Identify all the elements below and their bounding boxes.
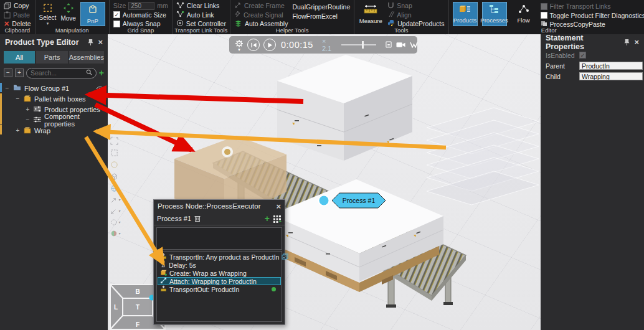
close-icon[interactable]: × bbox=[276, 202, 281, 211]
ghost-wrap-stack[interactable] bbox=[427, 108, 539, 205]
solid-view-icon[interactable] bbox=[110, 172, 120, 181]
gear-icon bbox=[235, 39, 244, 48]
product-box-icon bbox=[24, 95, 31, 103]
tab-assemblies[interactable]: Assemblies bbox=[69, 51, 104, 64]
move-mode-icon[interactable]: ▾ bbox=[110, 196, 120, 204]
copy-button[interactable]: Copy bbox=[4, 2, 31, 10]
statement-delay[interactable]: Delay: 5s bbox=[158, 261, 281, 269]
properties-icon bbox=[34, 116, 41, 124]
group-clipboard: Copy Paste ✕Delete Clipboard bbox=[0, 0, 36, 34]
statement-grid-button[interactable]: + bbox=[273, 215, 282, 223]
simulation-settings-button[interactable]: ▾ bbox=[235, 39, 244, 51]
origin-icon[interactable] bbox=[110, 161, 120, 169]
flow-from-excel-button[interactable]: FlowFromExcel bbox=[292, 12, 350, 21]
size-input[interactable] bbox=[128, 2, 154, 10]
statement-create[interactable]: Create: Wrap as Wrapping bbox=[158, 269, 281, 277]
statement-condition-box[interactable] bbox=[156, 227, 282, 250]
tree-item-pallet-with-boxes[interactable]: − Pallet with boxes bbox=[0, 93, 108, 104]
select-icon bbox=[43, 3, 52, 14]
attach-icon bbox=[160, 277, 167, 285]
size-label: Size bbox=[113, 2, 126, 9]
child-field[interactable] bbox=[579, 72, 643, 80]
reset-simulation-button[interactable] bbox=[247, 39, 260, 51]
paste-button[interactable]: Paste bbox=[4, 11, 31, 19]
statement-attach[interactable]: Attach: Wrapping to ProductIn bbox=[158, 277, 281, 285]
slider-handle[interactable] bbox=[362, 41, 364, 49]
group-transport-link-tools: Clear Links Auto Link Set Controller Tra… bbox=[173, 0, 230, 34]
tab-parts[interactable]: Parts bbox=[36, 51, 67, 64]
pin-icon[interactable] bbox=[88, 39, 93, 45]
collapse-all-button[interactable]: − bbox=[4, 68, 12, 77]
pin-icon[interactable] bbox=[624, 39, 630, 45]
viewport-tool-strip: ▾ ▾ ▾ ▾ bbox=[110, 137, 120, 237]
3d-viewport[interactable]: Process #1 B L T R F bbox=[108, 34, 541, 330]
create-frame-button[interactable]: Create Frame bbox=[234, 2, 288, 10]
parent-label: Parent bbox=[546, 62, 577, 70]
orientation-icon[interactable]: ▾ bbox=[110, 207, 120, 215]
statement-transport-in[interactable]: TransportIn: Any product as ProductIn bbox=[158, 253, 281, 261]
auto-link-button[interactable]: Auto Link bbox=[176, 11, 226, 19]
align-icon bbox=[387, 11, 394, 19]
align-button[interactable]: Align bbox=[387, 11, 444, 19]
group-helper-tools: Create Frame Create Signal Auto Assembly… bbox=[230, 0, 354, 34]
close-icon[interactable]: × bbox=[634, 37, 639, 47]
add-type-button[interactable]: + bbox=[99, 68, 104, 77]
svg-text:Process #1: Process #1 bbox=[343, 197, 376, 204]
svg-text:+: + bbox=[279, 219, 282, 223]
snap-tool-icon[interactable]: ▾ bbox=[110, 219, 120, 226]
expand-all-button[interactable]: + bbox=[15, 68, 24, 77]
play-icon bbox=[267, 42, 273, 48]
products-button[interactable]: Products bbox=[453, 2, 478, 26]
fullscreen-icon[interactable] bbox=[110, 137, 120, 145]
statement-properties-panel: Statement Properties × IsEnabled ✓ Paren… bbox=[541, 34, 644, 330]
properties-icon bbox=[34, 106, 41, 113]
globe-icon[interactable] bbox=[110, 184, 120, 192]
product-filter-badge-icon[interactable] bbox=[282, 253, 288, 261]
floating-box-stack[interactable] bbox=[277, 55, 412, 161]
filter-transport-links-checkbox[interactable]: Filter Transport Links bbox=[541, 2, 644, 11]
speed-slider[interactable] bbox=[341, 44, 376, 45]
statement-transport-out[interactable]: TransportOut: ProductIn bbox=[158, 285, 281, 293]
routine-name[interactable]: Process #1 bbox=[157, 215, 191, 222]
statement-list: TransportIn: Any product as ProductIn De… bbox=[156, 251, 282, 322]
chevron-down-icon: ▾ bbox=[238, 48, 240, 51]
dual-gripper-routine-button[interactable]: DualGripperRoutine bbox=[292, 3, 350, 11]
export-report-icon[interactable] bbox=[386, 39, 392, 50]
close-icon[interactable]: × bbox=[98, 37, 103, 47]
auto-link-icon bbox=[176, 11, 184, 19]
select-button[interactable]: Select ▾ bbox=[39, 2, 57, 25]
svg-text:B: B bbox=[135, 288, 140, 295]
measure-button[interactable]: Measure bbox=[358, 2, 383, 26]
panel-title: Product Type Editor bbox=[5, 38, 83, 47]
product-box-icon bbox=[24, 126, 31, 135]
add-statement-button[interactable]: + bbox=[265, 214, 270, 223]
tree-item-flow-group[interactable]: − Flow Group #1 bbox=[0, 83, 108, 93]
selection-bar-yellow bbox=[0, 125, 2, 134]
clear-links-button[interactable]: Clear Links bbox=[176, 2, 226, 10]
trash-icon[interactable] bbox=[194, 215, 201, 223]
parent-field[interactable] bbox=[579, 62, 643, 70]
snap-button[interactable]: Snap bbox=[387, 2, 444, 10]
copy-icon bbox=[4, 2, 11, 9]
flow-button[interactable]: Flow bbox=[511, 2, 536, 26]
tab-all[interactable]: All bbox=[4, 51, 35, 64]
transport-out-icon bbox=[160, 285, 167, 293]
search-input[interactable] bbox=[31, 69, 83, 77]
automatic-size-checkbox[interactable]: ✓Automatic Size bbox=[113, 11, 168, 19]
processes-button[interactable]: Processes bbox=[482, 2, 507, 26]
pnp-button[interactable]: PnP bbox=[80, 2, 105, 26]
play-button[interactable] bbox=[263, 39, 276, 51]
is-enabled-checkbox[interactable]: ✓ bbox=[579, 52, 586, 59]
ribbon-toolbar: Copy Paste ✕Delete Clipboard Select ▾ Mo… bbox=[0, 0, 644, 34]
render-mode-icon[interactable]: ▾ bbox=[110, 230, 120, 237]
toggle-product-filter-diagnostics-checkbox[interactable]: Toggle Product Filter Diagnostics bbox=[541, 12, 644, 20]
eye-icon[interactable] bbox=[96, 85, 104, 92]
tree-item-component-properties[interactable]: − Component properties bbox=[0, 115, 108, 125]
record-video-icon[interactable] bbox=[396, 39, 405, 50]
fit-view-icon[interactable] bbox=[110, 149, 120, 157]
create-signal-button[interactable]: Create Signal bbox=[234, 11, 288, 19]
checkbox-empty-icon bbox=[541, 12, 547, 19]
move-button[interactable]: Move bbox=[60, 2, 75, 22]
checkbox-disabled-icon bbox=[541, 3, 547, 10]
transport-in-icon bbox=[160, 253, 167, 261]
